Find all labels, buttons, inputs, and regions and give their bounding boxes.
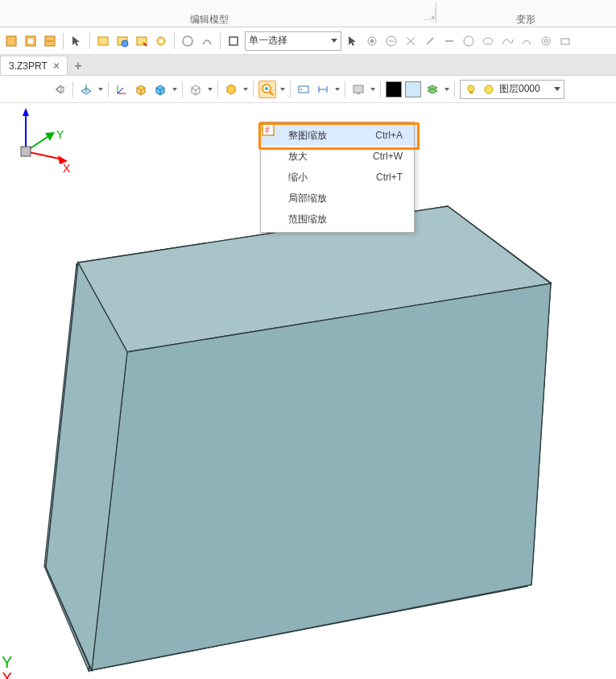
curve-tool-7[interactable] [480,33,496,49]
menu-item-zoom-out[interactable]: 缩小 Ctrl+T [261,167,414,188]
tool-btn-1[interactable] [3,33,19,49]
view-btn-dim[interactable] [315,81,331,97]
menu-item-label: 缩小 [288,171,308,184]
chevron-down-icon[interactable] [280,88,285,91]
svg-rect-35 [353,85,363,93]
axis-y-label: Y [2,654,31,670]
color-swatch-black[interactable] [386,81,402,97]
curve-tool-11[interactable] [557,33,573,49]
curve-tool-9[interactable] [519,33,535,49]
toolbar-separator [290,81,291,97]
chevron-down-icon [331,39,337,43]
svg-marker-59 [45,132,55,141]
curve-tool-1[interactable] [364,33,380,49]
svg-rect-36 [357,93,360,94]
menu-item-label: 范围缩放 [288,213,327,226]
color-swatch-face[interactable] [405,81,421,97]
cursor-button[interactable] [68,33,85,49]
svg-point-19 [544,39,548,43]
lightbulb-icon [464,82,478,97]
menu-item-zoom-fit[interactable]: 整图缩放 Ctrl+A [261,125,414,146]
generic-icon [134,34,149,48]
tool-btn-9[interactable] [199,33,215,49]
zoom-range-icon: # [266,211,282,227]
toolbar-separator [217,81,218,97]
view-btn-box2[interactable] [152,81,168,97]
curve-tool-6[interactable] [461,33,477,49]
generic-icon [384,34,399,48]
document-tab[interactable]: 3.Z3PRT ✕ [0,56,68,75]
view-btn-plane[interactable] [78,81,94,97]
curve-tool-2[interactable] [383,33,399,49]
chevron-down-icon[interactable] [98,88,103,91]
view-btn-screen[interactable] [350,81,366,97]
menu-item-label: 整图缩放 [288,129,327,143]
zoom-button[interactable] [258,81,276,98]
toolbar-separator [72,81,73,97]
toolbar-separator [89,33,90,49]
ribbon-group-deform: 变形 [436,0,616,27]
document-tab-label: 3.Z3PRT [9,60,48,72]
menu-item-zoom-window[interactable]: 局部缩放 [261,188,414,209]
curve-tool-3[interactable] [403,33,419,49]
curve-tool-10[interactable] [538,33,554,49]
svg-line-25 [118,88,123,93]
generic-icon [481,34,495,48]
cursor-play-button[interactable] [345,33,361,49]
chevron-down-icon[interactable] [370,88,375,91]
svg-rect-30 [299,86,308,93]
view-btn-back[interactable] [52,81,68,97]
curve-tool-5[interactable] [441,33,457,49]
menu-item-zoom-in[interactable]: 放大 Ctrl+W [261,146,414,167]
generic-icon [500,34,515,48]
ribbon-group-label: 变形 [516,13,535,27]
curve-tool-8[interactable] [499,33,515,49]
svg-rect-20 [561,39,569,44]
tool-btn-5[interactable] [114,33,130,49]
hex-icon [224,82,238,97]
zoom-dropdown-menu: 整图缩放 Ctrl+A 放大 Ctrl+W 缩小 Ctrl+T 局部缩放 # 范… [260,122,415,233]
selection-mode-combo[interactable]: 单一选择 [245,31,341,51]
svg-rect-60 [21,147,31,156]
svg-rect-0 [6,36,16,46]
view-btn-box[interactable] [133,81,149,97]
svg-marker-55 [23,108,29,116]
tool-btn-4[interactable] [95,33,111,49]
viewport-3d[interactable]: Y X 整图缩放 Ctrl+A 放大 Ctrl+W 缩小 Ctrl+T 局部缩放… [0,103,616,679]
ribbon-expand-icon[interactable] [424,8,436,20]
generic-icon [403,34,418,48]
curve-tool-4[interactable] [422,33,438,49]
chevron-down-icon[interactable] [208,88,213,91]
view-btn-wire[interactable] [188,81,204,97]
view-btn-layer[interactable] [424,81,440,97]
tool-btn-7[interactable] [153,33,169,49]
layer-combo[interactable]: 图层0000 [460,80,564,99]
view-btn-hex[interactable] [223,81,239,97]
view-btn-rect[interactable] [296,81,312,97]
tool-btn-10[interactable] [225,33,242,49]
circle-icon [482,82,496,97]
box-icon [153,82,167,97]
view-btn-axes[interactable] [114,81,130,97]
chevron-down-icon[interactable] [335,88,340,91]
tool-btn-3[interactable] [42,33,58,49]
svg-rect-12 [229,37,238,45]
menu-item-zoom-range[interactable]: # 范围缩放 [261,209,414,230]
ribbon-group-label: 编辑模型 [190,13,229,27]
document-tab-bar: 3.Z3PRT ✕ + [0,55,616,76]
tool-btn-6[interactable] [134,33,150,49]
chevron-down-icon[interactable] [444,88,449,91]
close-icon[interactable]: ✕ [52,60,60,72]
screen-icon [351,82,366,97]
chevron-down-icon[interactable] [243,88,248,91]
chevron-down-icon[interactable] [172,88,177,91]
axis-x-label: X [2,670,31,679]
svg-marker-26 [227,85,235,94]
tool-btn-8[interactable] [180,33,196,49]
generic-icon [115,34,130,48]
plane-icon [79,82,93,97]
toolbar-separator [454,81,455,97]
add-tab-button[interactable]: + [69,57,87,75]
tool-btn-2[interactable] [23,33,39,49]
chevron-down-icon [554,87,560,91]
